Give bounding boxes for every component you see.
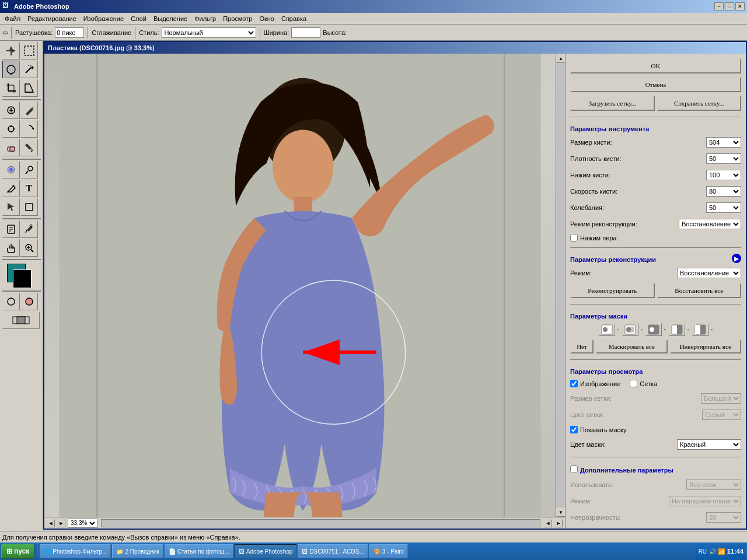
menu-layer[interactable]: Слой bbox=[127, 14, 150, 23]
lasso-tool[interactable] bbox=[2, 61, 20, 78]
zoom-tool[interactable] bbox=[20, 239, 38, 257]
clone-tool[interactable] bbox=[2, 120, 20, 138]
use-select[interactable]: Все слои Текущий слой bbox=[686, 480, 741, 490]
extra-params-title: Дополнительные параметры bbox=[580, 467, 673, 474]
minimize-button[interactable]: – bbox=[714, 2, 724, 10]
brush-size-select[interactable]: 504 100 200 300 bbox=[706, 137, 741, 148]
text-tool[interactable]: T bbox=[20, 180, 38, 197]
fill-tool[interactable] bbox=[20, 139, 38, 156]
menu-edit[interactable]: Редактирование bbox=[24, 14, 80, 23]
extra-params-checkbox[interactable] bbox=[570, 466, 578, 473]
zoom-select[interactable]: 33,3% 25% 50% 66,7% 100% bbox=[68, 519, 97, 528]
eyedropper-tool[interactable] bbox=[20, 220, 38, 238]
svg-point-44 bbox=[8, 298, 15, 305]
extra-mode-label: Режим: bbox=[570, 498, 592, 505]
grid-size-select[interactable]: Большой Малый Средний bbox=[701, 393, 741, 404]
image-checkbox[interactable] bbox=[570, 380, 578, 387]
load-grid-button[interactable]: Загрузить сетку... bbox=[570, 96, 655, 111]
restore-all-button[interactable]: Восстановить все bbox=[657, 283, 742, 298]
ok-button[interactable]: OK bbox=[570, 58, 741, 74]
blur-tool[interactable] bbox=[2, 161, 20, 178]
scroll-track[interactable] bbox=[556, 63, 565, 508]
taskbar: ⊞ пуск 🌐 Photoshop-Фильтр... 📁 2 Проводн… bbox=[0, 542, 747, 560]
divider-1 bbox=[570, 117, 741, 117]
shape-tool[interactable] bbox=[20, 198, 38, 216]
close-button[interactable]: ✕ bbox=[735, 2, 745, 10]
menu-help[interactable]: Справка bbox=[278, 14, 310, 23]
save-grid-button[interactable]: Сохранить сетку... bbox=[657, 96, 742, 111]
grid-color-select[interactable]: Серый Красный Синий bbox=[702, 410, 741, 420]
foreground-color-swatch[interactable] bbox=[13, 270, 32, 288]
brush-pressure-select[interactable]: 100 50 75 bbox=[706, 170, 741, 180]
start-button[interactable]: ⊞ пуск bbox=[1, 544, 34, 559]
zoom-back-button[interactable]: ◄ bbox=[47, 519, 55, 527]
mask-icon-2[interactable] bbox=[622, 323, 638, 336]
screen-mode-1[interactable] bbox=[2, 312, 40, 329]
shirina-input[interactable] bbox=[291, 27, 320, 38]
menu-file[interactable]: Файл bbox=[1, 14, 24, 23]
reconstruct-button[interactable]: Реконструировать bbox=[570, 283, 655, 298]
scroll-left-button[interactable]: ◄ bbox=[544, 519, 552, 527]
path-select-tool[interactable] bbox=[2, 198, 20, 216]
none-button[interactable]: Нет bbox=[570, 340, 594, 354]
horizontal-scrollbar[interactable] bbox=[101, 519, 540, 527]
grid-checkbox[interactable] bbox=[630, 380, 637, 387]
mask-color-select[interactable]: Красный Синий Зелёный bbox=[677, 439, 741, 450]
brush-density-select[interactable]: 50 25 75 100 bbox=[706, 153, 741, 164]
vertical-scrollbar[interactable]: ▲ ▼ bbox=[556, 54, 565, 517]
mask-all-button[interactable]: Маскировать все bbox=[596, 340, 668, 354]
zoom-forward-button[interactable]: ► bbox=[57, 519, 65, 527]
dodge-tool[interactable] bbox=[20, 161, 38, 178]
eraser-tool[interactable] bbox=[2, 139, 20, 156]
color-swatches[interactable] bbox=[7, 264, 36, 287]
recon-mode-select[interactable]: Восстановление Жесткий Мягкий bbox=[679, 219, 741, 229]
notes-tool[interactable] bbox=[2, 220, 20, 238]
maximize-button[interactable]: □ bbox=[725, 2, 734, 10]
oscillation-select[interactable]: 50 25 75 100 bbox=[706, 202, 741, 213]
standard-mode[interactable] bbox=[2, 293, 20, 310]
cancel-button[interactable]: Отмена bbox=[570, 77, 741, 92]
scroll-up-button[interactable]: ▲ bbox=[556, 54, 566, 63]
slice-tool[interactable] bbox=[20, 79, 38, 97]
scroll-right-button[interactable]: ► bbox=[554, 519, 563, 527]
menu-image[interactable]: Изображение bbox=[80, 14, 127, 23]
brush-pressure-row: Нажим кисти: 100 50 75 bbox=[570, 170, 741, 180]
taskbar-item-4[interactable]: 🖼 DSC00751 - ACDS... bbox=[298, 544, 368, 558]
scroll-down-button[interactable]: ▼ bbox=[556, 508, 566, 517]
healing-tool[interactable] bbox=[2, 102, 20, 119]
photo-canvas[interactable] bbox=[44, 54, 556, 517]
extra-mode-select[interactable]: На переднем плане На заднем плане bbox=[669, 496, 741, 506]
mask-icon-4[interactable] bbox=[669, 323, 685, 336]
magic-wand-tool[interactable] bbox=[20, 61, 38, 78]
brush-tool[interactable] bbox=[20, 102, 38, 119]
hand-tool[interactable] bbox=[2, 239, 20, 257]
quickmask-mode[interactable] bbox=[20, 293, 38, 310]
taskbar-item-5[interactable]: 🎨 3 - Paint bbox=[369, 544, 408, 558]
taskbar-item-1[interactable]: 📁 2 Проводник bbox=[112, 544, 163, 558]
taskbar-item-2[interactable]: 📄 Статьи по фотош... bbox=[165, 544, 233, 558]
menu-window[interactable]: Окно bbox=[256, 14, 278, 23]
mask-icon-5[interactable] bbox=[692, 323, 708, 336]
opacity-select[interactable]: 50 25 75 100 bbox=[706, 512, 741, 523]
rastushevka-input[interactable] bbox=[55, 27, 84, 38]
history-brush[interactable] bbox=[20, 120, 38, 138]
mask-icon-1[interactable] bbox=[599, 323, 615, 336]
menu-filter[interactable]: Фильтр bbox=[191, 14, 219, 23]
mask-icon-3[interactable] bbox=[645, 323, 662, 336]
move-tool[interactable] bbox=[2, 42, 20, 60]
taskbar-item-0[interactable]: 🌐 Photoshop-Фильтр... bbox=[40, 544, 111, 558]
pen-tool[interactable] bbox=[2, 180, 20, 197]
info-icon[interactable]: ▶ bbox=[732, 254, 741, 263]
taskbar-item-3[interactable]: 🖼 Adobe Photoshop bbox=[235, 544, 297, 558]
stil-select[interactable]: Нормальный Фиксированные пропорции Фикси… bbox=[162, 27, 256, 38]
svg-marker-14 bbox=[25, 84, 33, 92]
mode-select[interactable]: Восстановление Жесткий Мягкий bbox=[677, 268, 741, 278]
brush-speed-select[interactable]: 80 40 60 100 bbox=[706, 186, 741, 197]
show-mask-checkbox[interactable] bbox=[570, 426, 578, 433]
marquee-tool[interactable] bbox=[20, 42, 38, 60]
crop-tool[interactable] bbox=[2, 79, 20, 97]
invert-all-button[interactable]: Инвертировать все bbox=[670, 340, 742, 354]
menu-select[interactable]: Выделение bbox=[150, 14, 191, 23]
press-pen-checkbox[interactable] bbox=[570, 234, 578, 242]
menu-view[interactable]: Просмотр bbox=[219, 14, 256, 23]
